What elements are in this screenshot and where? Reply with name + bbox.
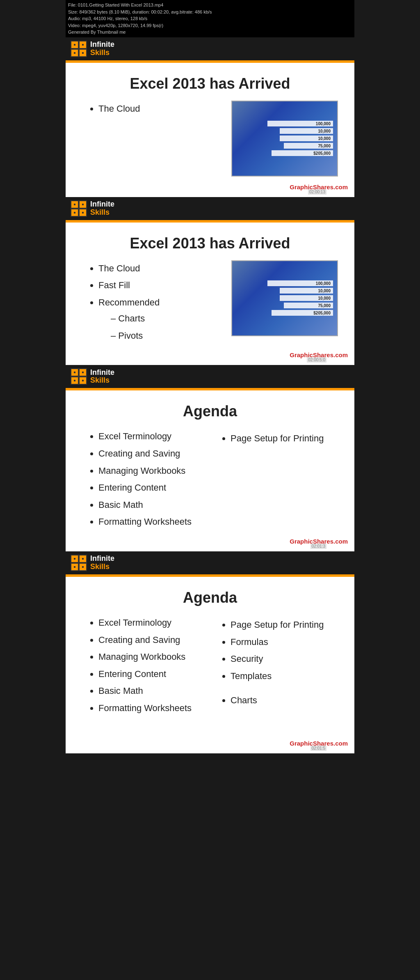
svg-rect-26 xyxy=(82,380,84,381)
slide4-left-4: Entering Content xyxy=(98,666,206,682)
logo-text-4: Infinite Skills xyxy=(90,555,114,571)
slide1-thumbnail: 100,000 10,000 10,000 75,000 $205,000 xyxy=(231,101,338,177)
file-info-line3: Audio: mp3, 44100 Hz, stereo, 128 kb/s xyxy=(68,15,352,22)
slide4-left-3: Managing Workbooks xyxy=(98,649,206,665)
slide1-title: Excel 2013 has Arrived xyxy=(82,75,338,92)
slide3-timestamp: 02:01:3 xyxy=(310,544,326,549)
logo-box-1: Infinite Skills xyxy=(71,41,114,57)
spreadsheet-visual-2: 100,000 10,000 10,000 75,000 $205,000 xyxy=(232,261,337,335)
logo-skills-3: Skills xyxy=(90,376,114,385)
svg-rect-14 xyxy=(74,204,75,205)
svg-rect-16 xyxy=(74,212,75,213)
slide4-right-list: Page Setup for Printing Formulas Securit… xyxy=(214,617,338,684)
slide4-right-3: Security xyxy=(231,651,338,667)
spreadsheet-row-5: $205,000 xyxy=(272,150,333,156)
logo-box-2: Infinite Skills xyxy=(71,200,114,217)
slide1-content: Excel 2013 has Arrived The Cloud 100,000… xyxy=(66,63,354,197)
logo-box-3: Infinite Skills xyxy=(71,368,114,385)
slide2-sub-pivots: Pivots xyxy=(111,328,160,344)
slide1-bullet-list: The Cloud xyxy=(82,101,140,117)
spreadsheet-row-2: 10,000 xyxy=(280,128,333,134)
file-info-line1: File: 0101.Getting Started With Excel 20… xyxy=(68,2,352,9)
slide3-title: Agenda xyxy=(82,403,338,420)
slide3-left-list: Excel Terminology Creating and Saving Ma… xyxy=(82,428,206,530)
slide4-col-left: Excel Terminology Creating and Saving Ma… xyxy=(82,615,206,717)
infinite-skills-logo-1 xyxy=(71,41,87,57)
slide1-header: Infinite Skills xyxy=(66,37,354,60)
slide3-left-2: Creating and Saving xyxy=(98,445,206,462)
slide4-left-1: Excel Terminology xyxy=(98,615,206,631)
logo-text-2: Infinite Skills xyxy=(90,200,114,217)
svg-rect-15 xyxy=(82,204,84,205)
svg-rect-25 xyxy=(74,380,75,381)
file-info-line4: Video: mpeg4, yuv420p, 1280x720, 14.99 f… xyxy=(68,22,352,29)
infinite-skills-logo-2 xyxy=(71,200,87,217)
slide4-col-right: Page Setup for Printing Formulas Securit… xyxy=(214,615,338,717)
slide3-right-list: Page Setup for Printing xyxy=(214,430,338,447)
slide4-content: Agenda Excel Terminology Creating and Sa… xyxy=(66,577,354,753)
slide2-header: Infinite Skills xyxy=(66,197,354,220)
slide4-timestamp: 02:01:5 xyxy=(310,746,326,751)
slide-1: Infinite Skills Excel 2013 has Arrived T… xyxy=(66,37,354,197)
slide-3: Infinite Skills Agenda Excel Terminology… xyxy=(66,365,354,551)
slide2-bullet-3: Recommended Charts Pivots xyxy=(98,294,160,344)
svg-rect-7 xyxy=(74,52,75,54)
svg-rect-32 xyxy=(74,558,75,560)
slide2-bullets-area: The Cloud Fast Fill Recommended Charts P… xyxy=(82,260,160,345)
slide3-content: Agenda Excel Terminology Creating and Sa… xyxy=(66,390,354,551)
slide2-timestamp: 02:00:5:0 xyxy=(307,357,326,363)
file-info-line5: Generated By Thumbnail me xyxy=(68,29,352,36)
logo-skills-2: Skills xyxy=(90,209,114,217)
slide2-bullet-1: The Cloud xyxy=(98,260,160,277)
slide4-left-2: Creating and Saving xyxy=(98,632,206,648)
logo-skills-4: Skills xyxy=(90,563,114,571)
file-info-bar: File: 0101.Getting Started With Excel 20… xyxy=(66,0,354,37)
svg-rect-35 xyxy=(82,566,84,568)
slide2-sub-list: Charts Pivots xyxy=(98,310,160,344)
slide4-left-list: Excel Terminology Creating and Saving Ma… xyxy=(82,615,206,716)
s2-row-1: 100,000 xyxy=(267,280,333,286)
spreadsheet-row-4: 75,000 xyxy=(284,143,333,149)
slide-2: Infinite Skills Excel 2013 has Arrived T… xyxy=(66,197,354,365)
svg-rect-5 xyxy=(74,44,75,46)
spreadsheet-visual-1: 100,000 10,000 10,000 75,000 $205,000 xyxy=(232,101,337,176)
slide4-right-2: Formulas xyxy=(231,634,338,650)
slide2-sub-charts: Charts xyxy=(111,310,160,327)
slide4-header: Infinite Skills xyxy=(66,551,354,574)
slide-4: Infinite Skills Agenda Excel Terminology… xyxy=(66,551,354,753)
slide4-right-section2: Charts xyxy=(214,692,338,709)
logo-box-4: Infinite Skills xyxy=(71,555,114,571)
logo-infinite-2: Infinite xyxy=(90,200,114,209)
spreadsheet-row-1: 100,000 xyxy=(267,121,333,126)
svg-rect-17 xyxy=(82,212,84,213)
logo-infinite-1: Infinite xyxy=(90,41,114,49)
svg-rect-6 xyxy=(82,44,84,46)
spreadsheet-row-3: 10,000 xyxy=(280,135,333,141)
slide4-right-4: Templates xyxy=(231,668,338,684)
slide3-col-left: Excel Terminology Creating and Saving Ma… xyxy=(82,428,206,531)
svg-rect-8 xyxy=(82,52,84,54)
slide3-left-5: Basic Math xyxy=(98,497,206,513)
logo-infinite-3: Infinite xyxy=(90,369,114,377)
slide4-title: Agenda xyxy=(82,589,338,606)
infinite-skills-logo-4 xyxy=(71,555,87,571)
slide2-thumbnail: 100,000 10,000 10,000 75,000 $205,000 xyxy=(231,260,338,336)
slide3-left-3: Managing Workbooks xyxy=(98,463,206,479)
s2-row-5: $205,000 xyxy=(272,310,333,316)
slide4-right-list2: Charts xyxy=(214,692,338,709)
slide2-thumbnail-wrap: 100,000 10,000 10,000 75,000 $205,000 xyxy=(231,260,338,336)
slide2-title: Excel 2013 has Arrived xyxy=(82,235,338,252)
slide3-two-col: Excel Terminology Creating and Saving Ma… xyxy=(82,428,338,531)
logo-text-1: Infinite Skills xyxy=(90,41,114,57)
logo-infinite-4: Infinite xyxy=(90,555,114,563)
s2-row-4: 75,000 xyxy=(284,303,333,308)
slide2-content: Excel 2013 has Arrived The Cloud Fast Fi… xyxy=(66,223,354,365)
file-info-line2: Size: 849/362 bytes (8.10 MiB), duration… xyxy=(68,9,352,16)
slide3-col-right: Page Setup for Printing xyxy=(214,428,338,531)
svg-rect-23 xyxy=(74,372,75,373)
slide1-bullets-area: The Cloud xyxy=(82,101,140,118)
svg-rect-34 xyxy=(74,566,75,568)
slide4-right-1: Page Setup for Printing xyxy=(231,617,338,633)
slide4-two-col: Excel Terminology Creating and Saving Ma… xyxy=(82,615,338,717)
s2-row-3: 10,000 xyxy=(280,295,333,301)
